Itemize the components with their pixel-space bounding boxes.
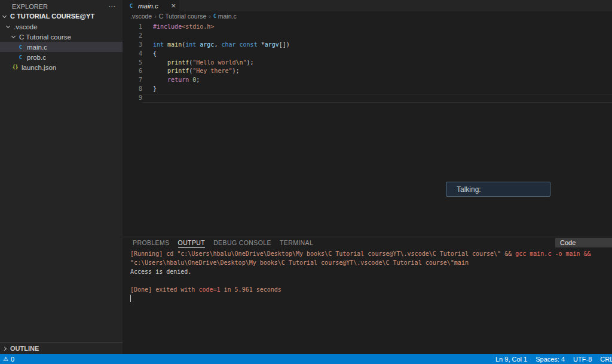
panel-header: PROBLEMSOUTPUTDEBUG CONSOLETERMINAL Code [123,237,612,248]
status-item-spaces-4[interactable]: Spaces: 4 [531,356,569,363]
c-file-icon: C [17,54,25,60]
status-item-crlf[interactable]: CRLF [596,356,612,363]
code-line-4: 4{ [123,50,612,59]
item-label: prob.c [27,54,46,61]
code-line-8: 8} [123,85,612,94]
output-cursor-line [130,294,612,303]
line-content: #include<stdio.h> [142,23,612,32]
statusbar-right: Ln 9, Col 1Spaces: 4UTF-8CRLF [491,356,612,363]
item-label: main.c [27,44,47,51]
c-file-icon: C [213,14,216,19]
workspace-section-header[interactable]: C TUTORIAL COURSE@YT [0,11,123,22]
output-channel-select[interactable]: Code [555,238,612,247]
line-content: { [142,50,612,59]
output-channel-value: Code [560,239,576,246]
panel-tab-terminal[interactable]: TERMINAL [280,238,313,248]
problems-status[interactable]: ⚠ 0 [0,356,14,363]
code-line-2: 2 [123,32,612,41]
chevron-down-icon [11,34,16,38]
file-item-launch-json[interactable]: {}launch.json [0,62,123,72]
output-line: Access is denied. [130,268,612,277]
code-line-7: 7 return 0; [123,76,612,85]
line-number: 4 [123,50,142,59]
json-file-icon: {} [11,65,19,70]
panel-tabs: PROBLEMSOUTPUTDEBUG CONSOLETERMINAL [133,238,313,248]
warning-count: 0 [11,356,14,363]
workspace-title: C TUTORIAL COURSE@YT [10,13,94,20]
line-content: return 0; [142,76,612,85]
status-item-utf-8[interactable]: UTF-8 [569,356,596,363]
code-line-6: 6 printf("Hey there"); [123,67,612,76]
panel-tab-debug-console[interactable]: DEBUG CONSOLE [213,238,271,248]
line-number: 9 [123,94,142,103]
folder-item-c-tutorial-course[interactable]: C Tutorial course [0,32,123,42]
line-number: 8 [123,85,142,94]
talking-overlay: Talking: [446,182,550,197]
editor-group: C main.c × .vscode›C Tutorial course›Cma… [123,0,612,354]
status-item-ln-9-col-1[interactable]: Ln 9, Col 1 [491,356,531,363]
explorer-header: EXPLORER ⋯ [0,0,123,11]
explorer-sidebar: EXPLORER ⋯ C TUTORIAL COURSE@YT .vscodeC… [0,0,123,354]
line-content: } [142,85,612,94]
panel-tab-problems[interactable]: PROBLEMS [133,238,170,248]
line-number: 1 [123,23,142,32]
line-content: printf("Hello world\n"); [142,59,612,68]
code-line-5: 5 printf("Hello world\n"); [123,59,612,68]
output-line: [Running] cd "c:\Users\hbalu\OneDrive\De… [130,250,612,259]
output-content[interactable]: [Running] cd "c:\Users\hbalu\OneDrive\De… [123,248,612,303]
line-content: int main(int argc, char const *argv[]) [142,41,612,50]
breadcrumb-item[interactable]: C Tutorial course [159,13,206,20]
breadcrumb-separator: › [154,13,157,20]
explorer-title: EXPLORER [12,3,48,10]
line-number: 5 [123,59,142,68]
output-line: [Done] exited with code=1 in 5.961 secon… [130,286,612,295]
code-line-9: 9 [123,94,612,103]
item-label: .vscode [14,23,38,30]
status-bar: ⚠ 0 Ln 9, Col 1Spaces: 4UTF-8CRLF [0,354,612,364]
tab-main-c[interactable]: C main.c × [123,0,179,11]
line-number: 3 [123,41,142,50]
breadcrumb-item[interactable]: main.c [218,13,237,20]
bottom-panel: PROBLEMSOUTPUTDEBUG CONSOLETERMINAL Code… [123,237,612,354]
outline-title: OUTLINE [10,345,39,352]
c-file-icon: C [17,44,25,50]
code-editor[interactable]: 1#include<stdio.h>23int main(int argc, c… [123,21,612,237]
explorer-tree: .vscodeC Tutorial courseCmain.cCprob.c{}… [0,22,123,72]
line-content [142,94,612,103]
code-line-3: 3int main(int argc, char const *argv[]) [123,41,612,50]
c-file-icon: C [127,3,135,9]
line-number: 7 [123,76,142,85]
panel-tab-output[interactable]: OUTPUT [178,238,206,248]
talking-overlay-label: Talking: [457,185,481,194]
line-number: 2 [123,32,142,41]
breadcrumb: .vscode›C Tutorial course›Cmain.c [123,11,612,21]
item-label: C Tutorial course [19,33,71,41]
file-item-prob-c[interactable]: Cprob.c [0,52,123,62]
breadcrumb-item[interactable]: .vscode [130,13,152,20]
chevron-right-icon [2,346,7,350]
close-icon[interactable]: × [171,2,176,10]
chevron-down-icon [2,13,7,17]
line-number: 6 [123,67,142,76]
line-content [142,32,612,41]
tab-label: main.c [138,2,171,10]
file-item-main-c[interactable]: Cmain.c [0,42,123,52]
output-line: "c:\Users\hbalu\OneDrive\Desktop\My book… [130,259,612,268]
item-label: launch.json [22,64,56,71]
tab-bar: C main.c × [123,0,612,11]
warning-icon: ⚠ [3,356,8,362]
editor-lines: 1#include<stdio.h>23int main(int argc, c… [123,23,612,103]
folder-item--vscode[interactable]: .vscode [0,22,123,32]
text-cursor [130,295,131,302]
line-content: printf("Hey there"); [142,67,612,76]
more-actions-icon[interactable]: ⋯ [108,2,117,11]
outline-section-header[interactable]: OUTLINE [0,342,123,354]
chevron-down-icon [6,24,10,28]
breadcrumb-separator: › [209,13,211,20]
code-line-1: 1#include<stdio.h> [123,23,612,32]
output-line [130,277,612,286]
